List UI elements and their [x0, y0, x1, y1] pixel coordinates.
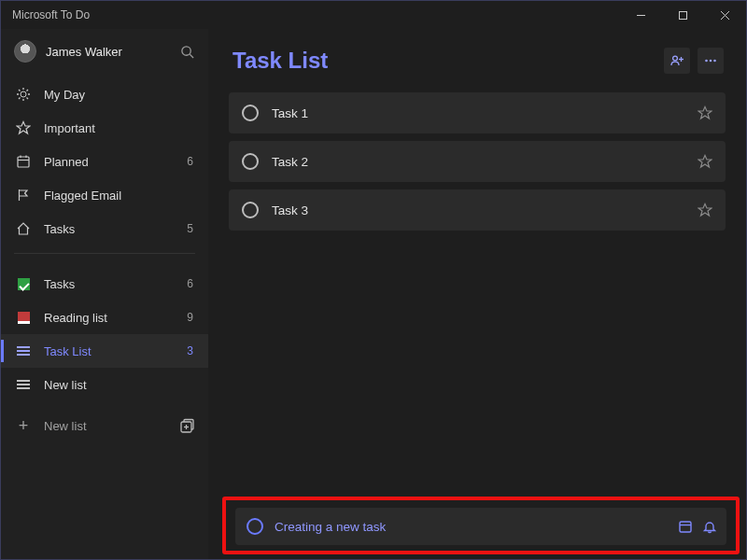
sidebar-item-tasks[interactable]: Tasks 6: [1, 267, 208, 301]
importance-toggle[interactable]: [698, 203, 712, 217]
importance-toggle[interactable]: [698, 105, 712, 120]
app-body: James Walker My Day: [1, 29, 746, 559]
add-task-circle-icon: [247, 518, 263, 535]
maximize-icon: [678, 10, 688, 21]
profile-name: James Walker: [46, 45, 122, 59]
sidebar-item-planned[interactable]: Planned 6: [1, 145, 208, 178]
main-header: Task List: [225, 29, 729, 83]
add-task-input[interactable]: [275, 520, 667, 534]
calendar-icon: [16, 154, 31, 169]
search-icon: [180, 45, 194, 59]
sidebar-item-label: Tasks: [44, 222, 75, 236]
task-label: Task 3: [272, 203, 684, 217]
window-controls: [620, 1, 746, 29]
svg-line-5: [190, 54, 193, 58]
svg-point-29: [713, 60, 716, 63]
sidebar-item-new-list[interactable]: New list: [1, 368, 208, 401]
add-task-right-icons: [678, 519, 717, 534]
sidebar-item-tasks-smart[interactable]: Tasks 5: [1, 212, 208, 245]
importance-toggle[interactable]: [698, 154, 712, 169]
sidebar-item-count: 3: [187, 344, 193, 357]
star-icon: [698, 203, 712, 217]
task-row[interactable]: Task 1: [229, 92, 726, 133]
ellipsis-icon: [703, 53, 718, 68]
flag-icon: [16, 188, 31, 203]
star-icon: [16, 120, 31, 135]
maximize-button[interactable]: [662, 1, 704, 29]
new-list-label: New list: [44, 419, 87, 433]
list-icon: [16, 343, 31, 358]
sidebar-item-count: 6: [187, 277, 193, 290]
new-group-button[interactable]: [176, 415, 197, 436]
sidebar-item-label: Reading list: [44, 311, 107, 325]
complete-toggle[interactable]: [242, 202, 259, 218]
sidebar-item-label: Flagged Email: [44, 189, 121, 203]
add-task-bar[interactable]: [235, 508, 726, 545]
new-list-row[interactable]: + New list: [1, 407, 208, 444]
sidebar-item-flagged-email[interactable]: Flagged Email: [1, 178, 208, 212]
titlebar: Microsoft To Do: [1, 1, 746, 29]
calendar-icon: [678, 519, 693, 534]
svg-line-13: [27, 90, 29, 91]
home-icon: [16, 221, 31, 236]
search-button[interactable]: [178, 43, 195, 60]
close-button[interactable]: [704, 1, 746, 29]
sidebar-item-label: New list: [44, 378, 87, 392]
task-row[interactable]: Task 3: [229, 189, 726, 231]
sidebar-item-task-list[interactable]: Task List 3: [1, 334, 208, 368]
sidebar: James Walker My Day: [1, 29, 208, 559]
close-icon: [720, 10, 730, 21]
sidebar-item-reading-list[interactable]: Reading list 9: [1, 301, 208, 334]
header-actions: [664, 48, 724, 74]
list-options-button[interactable]: [698, 48, 724, 74]
bell-icon: [702, 519, 717, 534]
task-label: Task 2: [272, 155, 684, 169]
nav-smart-lists: My Day Important Planned 6: [1, 72, 208, 245]
due-date-button[interactable]: [678, 519, 693, 534]
task-row[interactable]: Task 2: [229, 141, 726, 182]
nav-user-lists: Tasks 6 Reading list 9 Task List 3 New l…: [1, 261, 208, 401]
sidebar-item-count: 5: [187, 222, 193, 235]
profile-row[interactable]: James Walker: [1, 29, 208, 72]
sidebar-item-my-day[interactable]: My Day: [1, 77, 208, 111]
minimize-icon: [636, 10, 646, 21]
svg-point-6: [21, 91, 26, 97]
sidebar-item-label: My Day: [44, 88, 85, 102]
reminder-button[interactable]: [702, 519, 717, 534]
sidebar-divider: [14, 253, 195, 254]
sidebar-item-label: Important: [44, 121, 95, 135]
color-square-green-icon: [16, 276, 31, 291]
svg-point-24: [673, 56, 678, 61]
complete-toggle[interactable]: [242, 105, 259, 121]
minimize-button[interactable]: [620, 1, 662, 29]
app-window: Microsoft To Do James Walker: [0, 0, 747, 560]
svg-point-27: [705, 60, 708, 63]
svg-marker-32: [698, 204, 712, 217]
sidebar-item-label: Tasks: [44, 277, 75, 291]
color-square-red-icon: [16, 310, 31, 325]
svg-rect-1: [680, 11, 687, 19]
sun-icon: [16, 87, 31, 102]
task-label: Task 1: [272, 106, 684, 120]
avatar: [14, 40, 36, 63]
new-group-icon: [179, 418, 195, 434]
svg-point-4: [181, 46, 190, 54]
share-button[interactable]: [664, 48, 690, 74]
star-icon: [698, 154, 712, 169]
sidebar-item-count: 6: [187, 155, 193, 168]
main-panel: Task List Task 1: [208, 29, 746, 559]
svg-rect-16: [18, 157, 29, 167]
star-icon: [698, 105, 712, 120]
svg-line-12: [27, 98, 29, 100]
sidebar-item-important[interactable]: Important: [1, 111, 208, 145]
list-title[interactable]: Task List: [233, 48, 328, 74]
complete-toggle[interactable]: [242, 153, 259, 170]
svg-marker-15: [17, 122, 30, 134]
profile-left: James Walker: [14, 40, 122, 63]
task-items: Task 1 Task 2 Task 3: [225, 83, 729, 231]
svg-marker-31: [698, 156, 712, 168]
window-title: Microsoft To Do: [12, 8, 90, 21]
list-icon: [16, 377, 31, 392]
svg-line-14: [19, 98, 21, 100]
sidebar-item-label: Task List: [44, 344, 92, 358]
